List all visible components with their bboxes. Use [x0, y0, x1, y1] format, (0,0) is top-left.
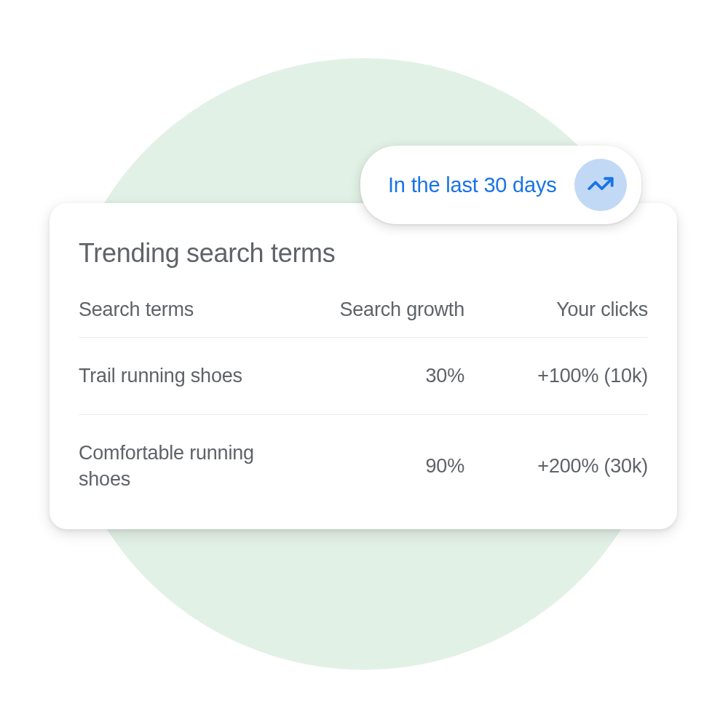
cell-clicks: +100% (10k): [464, 365, 648, 387]
cell-clicks: +200% (30k): [464, 455, 648, 478]
column-header-clicks: Your clicks: [464, 298, 648, 321]
time-range-chip[interactable]: In the last 30 days: [360, 146, 641, 224]
table-row: Comfortable running shoes 90% +200% (30k…: [79, 415, 648, 500]
trending-icon-badge: [574, 159, 627, 211]
trending-up-icon: [585, 170, 616, 200]
cell-growth: 30%: [304, 365, 464, 387]
cell-term: Trail running shoes: [79, 363, 304, 389]
table-header-row: Search terms Search growth Your clicks: [79, 296, 648, 338]
search-terms-table: Search terms Search growth Your clicks T…: [79, 296, 648, 500]
column-header-growth: Search growth: [304, 298, 464, 321]
trending-search-terms-card: Trending search terms Search terms Searc…: [50, 203, 677, 529]
card-title: Trending search terms: [79, 238, 648, 269]
column-header-terms: Search terms: [79, 296, 304, 323]
cell-growth: 90%: [304, 455, 464, 478]
table-row: Trail running shoes 30% +100% (10k): [79, 338, 648, 414]
time-range-label: In the last 30 days: [388, 173, 557, 197]
cell-term: Comfortable running shoes: [79, 440, 304, 493]
